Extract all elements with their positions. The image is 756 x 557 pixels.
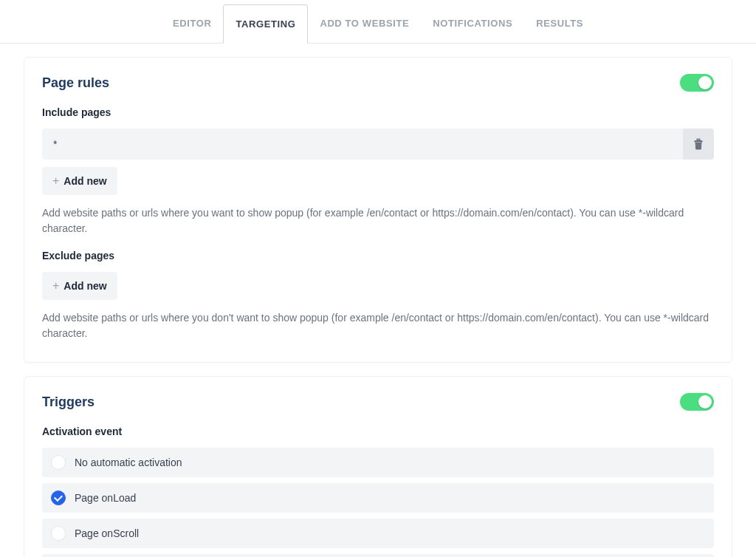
- radio-indicator: [51, 455, 66, 470]
- add-include-label: Add new: [63, 175, 106, 187]
- add-exclude-button[interactable]: + Add new: [42, 272, 117, 300]
- radio-indicator-checked: [51, 491, 66, 505]
- tab-editor[interactable]: EDITOR: [161, 4, 223, 43]
- tab-results[interactable]: RESULTS: [524, 4, 595, 43]
- radio-page-onload[interactable]: Page onLoad: [42, 483, 714, 513]
- add-exclude-label: Add new: [63, 280, 106, 292]
- toggle-knob: [698, 395, 712, 409]
- radio-label: Page onScroll: [75, 527, 139, 539]
- radio-indicator: [51, 526, 66, 541]
- page-rules-title: Page rules: [42, 75, 109, 91]
- include-page-row: [42, 129, 714, 160]
- add-include-button[interactable]: + Add new: [42, 167, 117, 195]
- radio-label: Page onLoad: [75, 492, 136, 504]
- page-rules-card: Page rules Include pages + Add new Add w…: [24, 57, 732, 363]
- radio-page-onscroll[interactable]: Page onScroll: [42, 519, 714, 548]
- activation-event-label: Activation event: [42, 426, 714, 437]
- triggers-title: Triggers: [42, 394, 94, 410]
- plus-icon: +: [52, 174, 59, 188]
- tab-add-to-website[interactable]: ADD TO WEBSITE: [308, 4, 421, 43]
- delete-include-button[interactable]: [683, 129, 714, 160]
- tab-targeting[interactable]: TARGETING: [223, 4, 308, 44]
- radio-exit-intent[interactable]: Exit-intent (mouseleave): [42, 554, 714, 557]
- include-pages-label: Include pages: [42, 106, 714, 118]
- activation-options: No automatic activation Page onLoad Page…: [42, 448, 714, 557]
- radio-label: No automatic activation: [75, 457, 182, 468]
- tab-notifications[interactable]: NOTIFICATIONS: [421, 4, 524, 43]
- exclude-help-text: Add website paths or urls where you don'…: [42, 310, 714, 341]
- include-page-input[interactable]: [42, 129, 683, 160]
- triggers-card: Triggers Activation event No automatic a…: [24, 376, 732, 557]
- triggers-toggle[interactable]: [680, 393, 714, 411]
- plus-icon: +: [52, 279, 59, 293]
- exclude-pages-label: Exclude pages: [42, 250, 714, 262]
- radio-no-activation[interactable]: No automatic activation: [42, 448, 714, 477]
- toggle-knob: [698, 76, 712, 89]
- page-rules-toggle[interactable]: [680, 74, 714, 92]
- trash-icon: [693, 138, 704, 150]
- include-help-text: Add website paths or urls where you want…: [42, 205, 714, 236]
- nav-tabs: EDITOR TARGETING ADD TO WEBSITE NOTIFICA…: [0, 0, 756, 44]
